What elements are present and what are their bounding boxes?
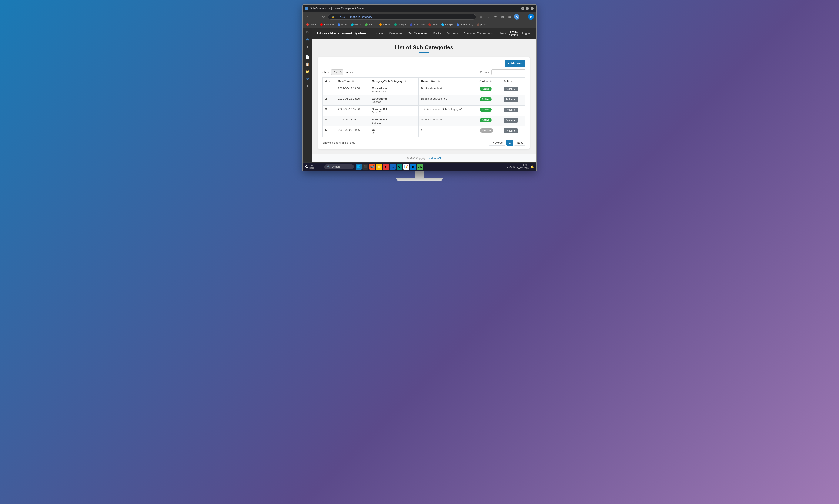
cell-category: Sample 101 Sub 102 <box>369 116 418 126</box>
nav-logout[interactable]: Logout <box>519 28 534 39</box>
weather-temp: 33°C <box>309 164 315 167</box>
sidebar-file3-icon[interactable]: 📁 <box>304 69 310 75</box>
cell-category: Sample 101 Sub 101 <box>369 106 418 116</box>
browser-tab-title: Sub Category List | Library Managament S… <box>310 7 365 10</box>
footer-link[interactable]: oretnom23 <box>428 157 441 160</box>
sidebar-file1-icon[interactable]: 📄 <box>304 54 310 60</box>
taskbar-chrome-icon[interactable]: ● <box>383 164 389 170</box>
nav-users[interactable]: Users <box>496 28 509 39</box>
add-new-button[interactable]: + Add New <box>504 60 526 67</box>
bookmark-admin-label: admin <box>369 23 375 26</box>
taskbar-skype-icon[interactable]: S <box>390 164 396 170</box>
bookmark-youtube-label: YouTube <box>324 23 333 26</box>
windows-start-button[interactable]: ⊞ <box>317 164 323 169</box>
sidebar-history-icon[interactable]: ◷ <box>304 37 310 42</box>
search-input[interactable] <box>492 70 526 75</box>
cell-action: Action ▼ <box>501 116 525 126</box>
nav-borrowing[interactable]: Borrowing Transactions <box>461 28 496 39</box>
bookmark-pixels[interactable]: Pixels <box>350 23 362 26</box>
col-description[interactable]: Description ⇅ <box>418 77 477 85</box>
minimize-button[interactable]: ─ <box>521 7 524 10</box>
entries-label: entries <box>345 71 353 74</box>
taskbar-refresh-icon[interactable]: ↺ <box>396 164 403 170</box>
sidebar-icon[interactable]: ▭ <box>507 14 513 20</box>
window-controls: ─ □ ✕ <box>521 7 533 10</box>
bookmark-peace-label: peace <box>480 23 487 26</box>
taskbar-edge-icon[interactable]: 🌐 <box>356 164 362 170</box>
nav-books[interactable]: Books <box>430 28 444 39</box>
toolbar-icons: ☆ ⬇ ★ ⊞ ▭ A ⋯ b <box>478 14 534 20</box>
sidebar-file2-icon[interactable]: 📋 <box>304 61 310 67</box>
page-footer: © 2023 Copyright: oretnom23 <box>312 154 536 162</box>
action-button[interactable]: Action ▼ <box>503 97 518 102</box>
page-1-button[interactable]: 1 <box>506 140 513 146</box>
taskbar-vscode-icon[interactable]: VS <box>417 164 423 170</box>
taskbar-search-bar[interactable]: 🔍 Search <box>324 164 354 169</box>
collections-icon[interactable]: ⊞ <box>499 14 506 20</box>
taskbar-terminal-icon[interactable]: ⬛ <box>362 164 369 170</box>
taskbar-files-icon[interactable]: 📁 <box>376 164 382 170</box>
sidebar-settings-icon[interactable]: ⚙ <box>304 76 310 82</box>
bookmark-youtube[interactable]: YouTube <box>319 23 335 26</box>
cell-action: Action ▼ <box>501 85 525 95</box>
taskbar-teams-icon[interactable]: 📹 <box>369 164 375 170</box>
col-datetime[interactable]: DateTime ⇅ <box>335 77 369 85</box>
bookmark-gmail[interactable]: Gmail <box>305 23 318 26</box>
taskbar-msedge-icon[interactable]: e <box>410 164 416 170</box>
extensions-icon[interactable]: ☆ <box>478 14 484 20</box>
bookmark-maps-label: Maps <box>341 23 347 26</box>
nav-subcategories[interactable]: Sub Categories <box>405 28 430 39</box>
close-button[interactable]: ✕ <box>531 7 533 10</box>
favorites-icon[interactable]: ★ <box>492 14 498 20</box>
sidebar-add-icon[interactable]: ＋ <box>304 83 310 89</box>
admin-icon <box>365 23 367 26</box>
maximize-button[interactable]: □ <box>526 7 529 10</box>
bookmark-peace[interactable]: peace <box>476 23 489 26</box>
cell-category: Educational Science <box>369 95 418 106</box>
sidebar-reading-icon[interactable]: ≡ <box>304 44 310 50</box>
previous-button[interactable]: Previous <box>489 140 506 146</box>
bookmark-odoo[interactable]: odoo <box>427 23 439 26</box>
cell-category: C2 s2 <box>369 126 418 137</box>
cell-datetime: 2022-05-13 15:56 <box>335 106 369 116</box>
taskbar-date: 04-07-2023 <box>517 167 529 170</box>
action-button[interactable]: Action ▼ <box>503 87 518 91</box>
sidebar-copy-icon[interactable]: ⧉ <box>304 29 310 35</box>
menu-icon[interactable]: ⋯ <box>521 14 527 20</box>
cell-status: Active <box>477 116 501 126</box>
taskbar-notes-icon[interactable]: 📝 <box>403 164 409 170</box>
action-button[interactable]: Action ▼ <box>503 128 518 133</box>
bookmark-admin[interactable]: admin <box>364 23 377 26</box>
status-badge: Active <box>480 118 492 122</box>
profile-avatar[interactable]: A <box>514 14 519 20</box>
col-status[interactable]: Status ⇅ <box>477 77 501 85</box>
address-bar[interactable]: 🔒 127.0.0.1:8000/sub_category <box>328 14 476 20</box>
taskbar-notification-icon[interactable]: 🔔 <box>530 165 534 168</box>
entries-select[interactable]: 25 10 50 100 <box>331 70 343 75</box>
app-navbar: Library Managament System Home Categorie… <box>312 28 536 39</box>
refresh-button[interactable]: ↻ <box>320 14 326 20</box>
footer-text: © 2023 Copyright: <box>407 157 428 160</box>
bookmark-chatgpt[interactable]: chatgpt <box>393 23 407 26</box>
taskbar-search-icon: 🔍 <box>327 165 330 168</box>
col-category[interactable]: Category/Sub Category ⇅ <box>369 77 418 85</box>
next-button[interactable]: Next <box>514 140 526 146</box>
bookmark-googlesky[interactable]: Google Sky <box>455 23 474 26</box>
cell-num: 3 <box>323 106 336 116</box>
bing-icon[interactable]: b <box>528 14 534 20</box>
bookmark-stellarium[interactable]: Stellarium <box>409 23 426 26</box>
bookmark-maps[interactable]: Maps <box>336 23 348 26</box>
downloads-icon[interactable]: ⬇ <box>485 14 491 20</box>
bookmark-kaggle[interactable]: Kaggle <box>440 23 454 26</box>
action-button[interactable]: Action ▼ <box>503 108 518 112</box>
nav-home[interactable]: Home <box>373 28 386 39</box>
youtube-icon <box>320 23 323 26</box>
forward-button[interactable]: → <box>313 14 319 20</box>
nav-categories[interactable]: Categories <box>386 28 405 39</box>
bookmark-vendor[interactable]: vendor <box>378 23 392 26</box>
nav-students[interactable]: Students <box>444 28 461 39</box>
action-button[interactable]: Action ▼ <box>503 118 518 123</box>
cell-datetime: 2022-05-13 13:09 <box>335 95 369 106</box>
nav-user-section: Howdy, admin3 Logout <box>509 28 533 39</box>
back-button[interactable]: ← <box>305 14 311 20</box>
